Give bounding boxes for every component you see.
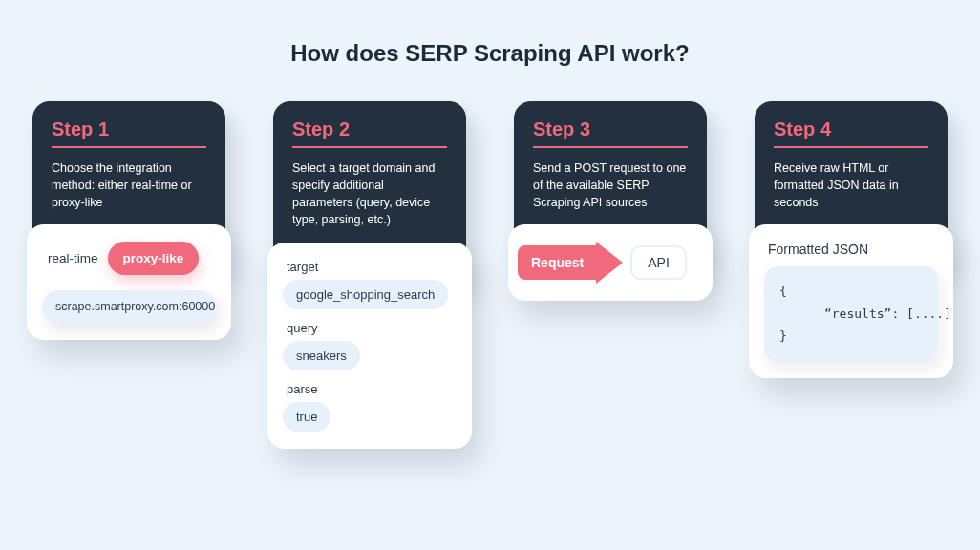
param-parse-group: parse true	[283, 382, 457, 432]
integration-toggle: real-time proxy-like	[42, 242, 216, 275]
step-3: Step 3 Send a POST request to one of the…	[508, 101, 713, 301]
step-1-rule	[52, 146, 206, 148]
request-flow: Request API	[518, 242, 703, 284]
endpoint-pill: scrape.smartproxy.com:60000	[42, 290, 216, 323]
step-2: Step 2 Select a target domain and specif…	[267, 101, 472, 449]
step-1: Step 1 Choose the integration method: ei…	[27, 101, 231, 340]
step-4: Step 4 Receive raw HTML or formatted JSO…	[749, 101, 953, 378]
step-4-body: Formatted JSON { “results”: [....] }	[749, 224, 953, 377]
page-title: How does SERP Scraping API work?	[0, 0, 980, 101]
steps-container: Step 1 Choose the integration method: ei…	[0, 101, 980, 449]
param-query-value: sneakers	[283, 341, 360, 370]
param-target-label: target	[283, 260, 457, 274]
json-box-label: Formatted JSON	[764, 242, 938, 257]
step-3-title: Step 3	[533, 118, 688, 140]
step-3-rule	[533, 146, 688, 148]
step-4-desc: Receive raw HTML or formatted JSON data …	[774, 159, 928, 211]
param-parse-label: parse	[283, 382, 457, 396]
step-2-body: target google_shopping_search query snea…	[267, 243, 472, 449]
step-1-title: Step 1	[52, 118, 206, 140]
param-target-group: target google_shopping_search	[283, 260, 457, 309]
option-proxy-like[interactable]: proxy-like	[108, 242, 200, 275]
json-output-box: { “results”: [....] }	[764, 266, 938, 360]
param-target-value: google_shopping_search	[283, 280, 448, 309]
step-3-body: Request API	[508, 224, 713, 301]
param-query-label: query	[283, 321, 457, 335]
step-2-title: Step 2	[292, 118, 447, 140]
step-1-desc: Choose the integration method: either re…	[52, 159, 206, 211]
step-4-rule	[774, 146, 928, 148]
request-chip: Request	[518, 245, 597, 280]
step-2-desc: Select a target domain and specify addit…	[292, 159, 447, 229]
step-1-body: real-time proxy-like scrape.smartproxy.c…	[27, 224, 231, 340]
param-query-group: query sneakers	[283, 321, 457, 370]
option-real-time[interactable]: real-time	[48, 251, 98, 265]
param-parse-value: true	[283, 402, 330, 432]
arrow-right-icon	[596, 242, 623, 284]
api-chip: API	[630, 245, 687, 280]
step-2-rule	[292, 146, 447, 148]
step-3-desc: Send a POST request to one of the availa…	[533, 159, 688, 211]
step-4-title: Step 4	[774, 118, 928, 140]
